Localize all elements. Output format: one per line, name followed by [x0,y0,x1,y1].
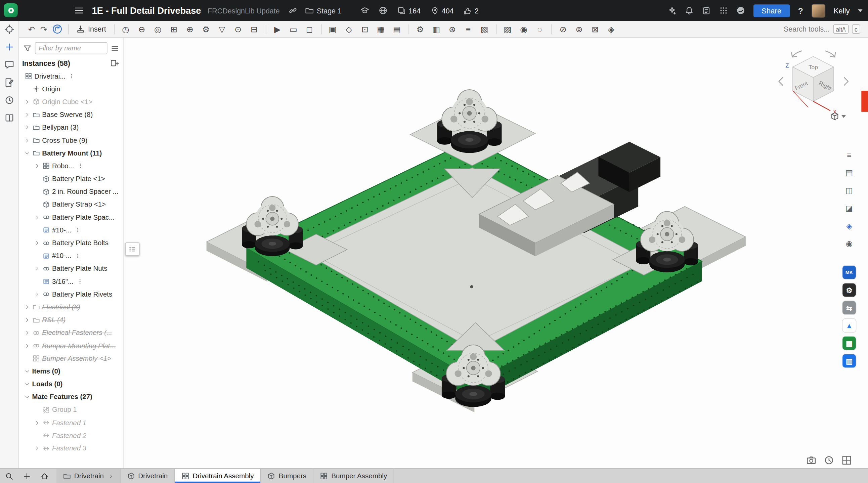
tree-item[interactable]: Mate Features (27) [19,391,123,404]
tree-item[interactable]: #10-... [19,224,123,236]
document-tab[interactable]: Drivetrain [120,469,175,483]
slider-mate-icon[interactable]: ◎ [150,23,166,36]
release-notes-icon[interactable] [702,6,710,15]
linear-pattern-icon[interactable]: ◇ [341,23,357,36]
chevron-right-icon[interactable] [23,111,31,118]
tree-item[interactable]: Battery Plate <1> [19,172,123,185]
tangent-mate-icon[interactable]: ▽ [214,23,230,36]
link-icon[interactable] [288,6,297,15]
fastened-mate-icon[interactable]: ⊙ [230,23,246,36]
tree-item[interactable]: Bumper Assembly <1> [19,352,123,365]
app-switcher-icon[interactable] [719,6,727,15]
tree-item[interactable]: RSL (4) [19,314,123,326]
insert-part-icon[interactable]: ▣ [325,23,341,36]
tab-manager-button[interactable] [0,469,18,483]
app-drawing-icon[interactable]: ▥ [842,354,856,368]
chevron-down-icon[interactable] [23,381,31,388]
tree-item[interactable]: Electrical (6) [19,301,123,313]
gear-relation-icon[interactable]: ⊛ [444,23,461,36]
list-view-icon[interactable] [111,44,119,53]
tree-item[interactable]: Cross Tube (9) [19,134,123,147]
sync-icon[interactable] [52,24,62,34]
tree-item[interactable]: Fastened 1 [19,416,123,429]
pin-slot-mate-icon[interactable]: ⊟ [246,23,262,36]
reference-docs-icon[interactable] [4,113,14,123]
workspace-chip[interactable]: Stage 1 [305,6,341,15]
views-stat[interactable]: 404 [431,6,454,15]
chevron-right-icon[interactable] [33,265,41,272]
export-panel-icon[interactable]: ◪ [842,201,856,215]
app-mkcad-icon[interactable]: MK [842,266,856,279]
chevron-right-icon[interactable] [23,124,31,131]
search-tools-button[interactable]: Search tools... alt/\ c [784,25,860,34]
tree-item[interactable]: Fastened 2 [19,429,123,442]
document-tab[interactable]: Bumpers [261,469,314,483]
app-spreadsheet-icon[interactable]: ▦ [842,336,856,350]
tree-item[interactable]: Fastened 3 [19,442,123,455]
education-icon[interactable] [361,6,369,15]
main-menu-icon[interactable] [74,5,84,15]
tree-structure-toggle[interactable] [125,243,140,256]
tree-item[interactable]: Items (0) [19,365,123,378]
chevron-right-icon[interactable] [33,445,41,452]
user-name[interactable]: Kelly [833,6,849,15]
tree-item[interactable]: Origin Cube <1> [19,95,123,108]
feature-list-panel-icon[interactable]: ≡ [842,149,856,162]
chevron-down-icon[interactable] [23,150,31,157]
appearance-panel-icon[interactable]: ◈ [842,219,856,233]
configuration-icon[interactable] [77,278,83,285]
notifications-bell-icon[interactable] [685,6,693,15]
help-button[interactable]: ? [798,6,803,15]
public-document-icon[interactable] [379,6,387,15]
viewcube-top-face[interactable]: Top [809,64,818,70]
selection-target-icon[interactable] [4,25,14,35]
undo-button[interactable]: ↶ [26,24,38,34]
mate-connector-panel-icon[interactable]: ◉ [842,237,856,250]
tree-item[interactable]: Battery Mount (11) [19,147,123,160]
tree-item[interactable]: Bumper Mounting Plat... [19,339,123,352]
exploded-view-icon[interactable]: ◈ [603,23,619,36]
tree-item[interactable]: Battery Plate Nuts [19,262,123,275]
mate-connector-icon[interactable]: ▶ [270,23,285,36]
document-tab[interactable]: Bumper Assembly [314,469,394,483]
copies-stat[interactable]: 164 [397,6,421,15]
snap-mode-icon[interactable]: ⊘ [555,23,571,36]
named-views-icon[interactable]: ▨ [499,23,516,36]
chevron-right-icon[interactable] [33,420,41,426]
comments-icon[interactable] [4,60,14,70]
tree-item[interactable]: Robo... [19,160,123,172]
tree-item[interactable]: Base Swerve (8) [19,108,123,121]
home-button[interactable] [35,469,53,483]
select-icon[interactable]: ◻ [301,23,317,36]
cylindrical-mate-icon[interactable]: ⊖ [134,23,150,36]
tree-item[interactable]: Battery Plate Spac... [19,211,123,224]
insert-instance-icon[interactable] [110,59,119,67]
mate-relations-icon[interactable]: ▥ [428,23,444,36]
section-view-icon[interactable]: ⊠ [587,23,603,36]
planar-mate-icon[interactable]: ⊞ [166,23,182,36]
filter-input[interactable] [35,42,107,54]
view-cube[interactable]: Top Front Right Z X [776,44,850,119]
tree-item[interactable]: Battery Plate Rivets [19,288,123,301]
ball-mate-icon[interactable]: ⊕ [182,23,198,36]
tree-item[interactable]: Loads (0) [19,378,123,391]
app-render-studio-icon[interactable]: ⚙ [842,284,856,297]
history-icon[interactable] [4,95,14,105]
tree-item[interactable]: #10-... [19,250,123,262]
chevron-right-icon[interactable] [23,342,31,349]
chevron-right-icon[interactable] [23,98,31,105]
tree-item[interactable]: Bellypan (3) [19,121,123,134]
create-new-icon[interactable] [4,42,14,52]
onshape-logo[interactable] [4,3,18,17]
revolute-mate-icon[interactable]: ◷ [118,23,134,36]
replicate-icon[interactable]: ▤ [389,23,405,36]
configuration-icon[interactable] [75,253,81,259]
filter-icon[interactable] [23,44,32,53]
user-avatar[interactable] [812,4,825,18]
analysis-icon[interactable]: ◌ [532,23,548,36]
tree-item[interactable]: Group 1 [19,404,123,416]
insert-button[interactable]: Insert [72,24,111,34]
mirror-icon[interactable]: ▦ [373,23,389,36]
community-icon[interactable] [736,6,745,15]
circular-pattern-icon[interactable]: ⊡ [357,23,373,36]
